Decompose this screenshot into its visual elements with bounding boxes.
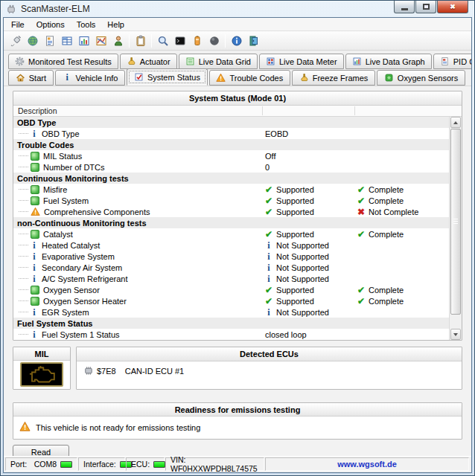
check-icon: ✔	[265, 297, 272, 306]
tab-oxygen-sensors[interactable]: Oxygen Sensors	[377, 70, 465, 86]
supported-text: Supported	[276, 208, 314, 216]
tab-system-status[interactable]: System Status	[127, 68, 207, 86]
menu-item-options[interactable]: Options	[31, 19, 71, 30]
table-row[interactable]: Catalyst✔Supported✔Complete	[13, 228, 449, 239]
tab-monitored-test-results[interactable]: Monitored Test Results	[8, 54, 118, 69]
toolbar-button-dark-globe[interactable]	[205, 33, 223, 49]
tab-label: Trouble Codes	[229, 74, 283, 83]
toolbar-button-battery[interactable]	[188, 33, 205, 49]
scrollbar-thumb[interactable]	[450, 129, 461, 315]
minimize-button[interactable]	[394, 1, 415, 13]
title-bar[interactable]: ScanMaster-ELM ✖	[1, 1, 474, 17]
toolbar-button-data-graph[interactable]	[92, 33, 109, 49]
ecu-item[interactable]: $7E8CAN-ID ECU #1	[77, 361, 462, 376]
tab-label: PID Config	[453, 57, 472, 66]
menu-item-file[interactable]: File	[5, 19, 31, 30]
read-button[interactable]: Read	[13, 445, 69, 456]
toolbar-button-globe[interactable]	[24, 33, 41, 49]
toolbar-button-data-chart[interactable]	[75, 33, 92, 49]
close-button[interactable]: ✖	[437, 1, 468, 13]
table-row[interactable]: Comprehensive Components✔Supported✖Not C…	[13, 206, 449, 217]
vertical-scrollbar[interactable]	[449, 117, 462, 340]
row-label: A/C System Refrigerant	[42, 274, 128, 283]
table-body: OBD TypeiOBD TypeEOBDTrouble CodesMIL St…	[13, 117, 449, 340]
maximize-button[interactable]	[415, 1, 436, 13]
table-row[interactable]: iSecondary Air SystemiNot Supported	[13, 262, 449, 273]
table-row[interactable]: iOBD TypeEOBD	[13, 128, 449, 139]
table-section-row[interactable]: OBD Type	[13, 117, 449, 128]
warning-icon	[216, 73, 226, 83]
table-row[interactable]: Number of DTCs0	[13, 161, 449, 173]
complete-text: Complete	[369, 230, 404, 239]
column-divider[interactable]	[354, 106, 355, 115]
toolbar-separator	[129, 34, 130, 48]
row-value: closed loop	[265, 330, 307, 339]
tab-start[interactable]: Start	[8, 70, 54, 86]
check-icon: ✔	[357, 230, 365, 239]
dark-globe-icon	[208, 35, 220, 47]
table-section-row[interactable]: Continuous Monitoring tests	[13, 173, 449, 184]
table-row[interactable]: iA/C System RefrigerantiNot Supported	[13, 273, 449, 284]
complete-text: Complete	[369, 286, 404, 295]
tab-row-2: StartiVehicle InfoSystem StatusTrouble C…	[8, 70, 467, 86]
toolbar-button-user[interactable]	[109, 33, 127, 49]
toolbar-button-exit[interactable]	[245, 33, 262, 49]
table-row[interactable]: Fuel System✔Supported✔Complete	[13, 195, 449, 206]
tree-branch	[19, 289, 28, 290]
toolbar	[4, 31, 471, 51]
toolbar-button-data-grid[interactable]	[58, 33, 75, 49]
complete-text: Complete	[369, 196, 404, 205]
toolbar-button-search[interactable]	[154, 33, 171, 49]
table-row[interactable]: iEGR SystemiNot Supported	[13, 306, 449, 318]
table-row[interactable]: Oxygen Sensor Heater✔Supported✔Complete	[13, 295, 449, 306]
table-row[interactable]: iEvaporative SystemiNot Supported	[13, 251, 449, 262]
table-row[interactable]: iHeated CatalystiNot Supported	[13, 239, 449, 251]
tab-pid-config[interactable]: PID Config	[433, 54, 472, 69]
table-row[interactable]: Misfire✔Supported✔Complete	[13, 184, 449, 195]
supported-text: Supported	[276, 185, 314, 194]
column-divider[interactable]	[262, 106, 263, 115]
scroll-down-button[interactable]	[450, 329, 461, 340]
search-icon	[157, 35, 169, 47]
tree-branch	[19, 200, 28, 201]
table-row[interactable]: Oxygen Sensor✔Supported✔Complete	[13, 284, 449, 295]
info-icon: i	[265, 308, 272, 317]
tree-branch	[19, 167, 28, 167]
table-row[interactable]: iFuel System 1 Statusclosed loop	[13, 329, 449, 340]
tab-live-data-meter[interactable]: Live Data Meter	[259, 54, 344, 69]
supported-text: Not Supported	[276, 274, 329, 283]
table-section-row[interactable]: Trouble Codes	[13, 139, 449, 150]
menu-item-tools[interactable]: Tools	[71, 19, 102, 30]
table-row[interactable]: MIL StatusOff	[13, 150, 449, 161]
scroll-up-button[interactable]	[450, 117, 461, 128]
tab-vehicle-info[interactable]: iVehicle Info	[55, 70, 125, 86]
supported-status: ✔Supported	[265, 286, 314, 295]
ecu-list: $7E8CAN-ID ECU #1	[77, 361, 462, 376]
complete-status: ✔Complete	[357, 185, 404, 194]
status-ecu: ECU:	[126, 457, 165, 471]
toolbar-button-connect[interactable]	[7, 33, 24, 49]
supported-status: iNot Supported	[265, 308, 329, 317]
tab-trouble-codes[interactable]: Trouble Codes	[209, 70, 290, 86]
tab-actuator[interactable]: Actuator	[120, 54, 177, 69]
readiness-panel: Readiness for emissions testing This veh…	[13, 402, 462, 440]
list-icon	[185, 57, 195, 66]
status-bar: Port: COM8 Interface: ECU: VIN: WF0HXXWP…	[4, 456, 471, 472]
vin-value: VIN: WF0HXXWPDH8L74575	[170, 455, 259, 473]
tab-live-data-graph[interactable]: Live Data Graph	[345, 54, 432, 69]
supported-status: iNot Supported	[265, 274, 329, 283]
toolbar-button-info-circle[interactable]	[228, 33, 245, 49]
toolbar-button-report[interactable]	[41, 33, 58, 49]
supported-status: ✔Supported	[265, 208, 314, 216]
tab-live-data-grid[interactable]: Live Data Grid	[179, 54, 258, 69]
menu-item-help[interactable]: Help	[101, 19, 130, 30]
check-icon: ✔	[265, 196, 272, 205]
column-header-description[interactable]: Description	[13, 106, 462, 117]
toolbar-separator	[151, 34, 152, 48]
toolbar-button-clipboard[interactable]	[132, 33, 149, 49]
toolbar-button-terminal[interactable]	[171, 33, 188, 49]
website-link[interactable]: www.wgsoft.de	[337, 460, 397, 469]
table-section-row[interactable]: non-Continuous Monitoring tests	[13, 217, 449, 228]
tab-freeze-frames[interactable]: Freeze Frames	[292, 70, 375, 86]
table-section-row[interactable]: Fuel System Status	[13, 318, 449, 329]
